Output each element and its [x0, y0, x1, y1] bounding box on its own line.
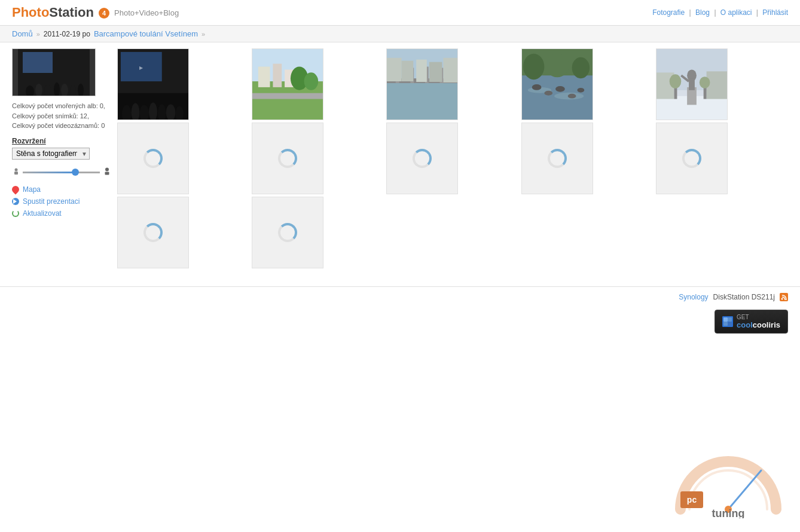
layout-label: Rozvržení: [12, 137, 108, 145]
photo-cell-3[interactable]: [386, 48, 458, 120]
svg-rect-12: [105, 172, 109, 175]
nav-separator-3: |: [756, 8, 760, 17]
zoom-person-large-icon: [102, 167, 112, 178]
album-thumb-svg: [18, 48, 90, 96]
slideshow-link-label: Spustit prezentaci: [23, 197, 80, 206]
breadcrumb-home[interactable]: Domů: [12, 29, 33, 38]
map-link[interactable]: Mapa: [12, 185, 108, 194]
refresh-link[interactable]: Aktualizovat: [12, 209, 108, 218]
logo-station-text: Station: [49, 5, 94, 20]
svg-rect-30: [252, 93, 323, 99]
layout-select[interactable]: Stěna s fotografiemi Mozaika Blog: [12, 148, 90, 160]
svg-rect-42: [417, 60, 428, 82]
refresh-icon: [12, 210, 19, 217]
svg-point-5: [54, 82, 60, 96]
svg-point-71: [781, 298, 783, 300]
logo-badge: 4: [99, 8, 109, 19]
svg-rect-63: [689, 78, 695, 90]
svg-point-56: [545, 54, 569, 77]
loading-spinner-11: [143, 223, 163, 242]
svg-rect-40: [387, 58, 402, 81]
logo-subtitle: Photo+Video+Blog: [114, 8, 179, 17]
cooliris-button[interactable]: GET coolcooliris: [714, 310, 788, 334]
nav-prihlasit[interactable]: Přihlásit: [762, 8, 788, 17]
photo-cell-2[interactable]: [252, 48, 323, 120]
loading-spinner-10: [682, 149, 701, 168]
map-link-label: Mapa: [23, 185, 41, 194]
slideshow-link[interactable]: Spustit prezentaci: [12, 197, 108, 206]
svg-rect-28: [273, 64, 282, 87]
layout-select-wrapper: Stěna s fotografiemi Mozaika Blog ▼: [12, 148, 90, 160]
app-logo[interactable]: PhotoStation 4: [12, 5, 109, 20]
zoom-slider[interactable]: [23, 172, 100, 173]
ds-label: DiskStation DS211j: [713, 293, 775, 301]
loading-spinner-9: [548, 149, 567, 168]
photo-cell-10[interactable]: [656, 123, 728, 194]
photo-cell-7[interactable]: [252, 123, 323, 194]
breadcrumb-current[interactable]: Barcampové toulání Vsetínem: [94, 29, 198, 38]
svg-point-3: [35, 84, 42, 96]
svg-rect-27: [258, 67, 270, 87]
svg-rect-44: [444, 58, 458, 82]
cooliris-badge-area: GET coolcooliris: [0, 307, 800, 341]
photo-cell-12[interactable]: [252, 197, 323, 268]
breadcrumb-arrow-2: »: [201, 30, 205, 38]
photo-2-svg: [252, 48, 323, 120]
svg-rect-73: [723, 317, 728, 322]
svg-point-50: [544, 91, 552, 96]
nav-fotografie[interactable]: Fotografie: [652, 8, 685, 17]
svg-point-68: [669, 74, 681, 88]
photo-cell-8[interactable]: [386, 123, 458, 194]
photo-cell-1[interactable]: ▶: [117, 48, 189, 120]
breadcrumb-bar: Domů » 2011-02-19 poBarcampové toulání V…: [0, 26, 800, 42]
photo-grid-area: ▶: [117, 48, 788, 268]
svg-rect-76: [728, 322, 732, 326]
svg-rect-74: [728, 317, 732, 322]
map-pin-icon: [11, 184, 21, 194]
svg-point-55: [523, 54, 544, 80]
loading-spinner-12: [278, 223, 297, 242]
logo-photo-text: Photo: [12, 5, 49, 20]
nav-separator-2: |: [714, 8, 717, 17]
photo-cell-5[interactable]: [656, 48, 728, 120]
svg-rect-66: [706, 71, 726, 99]
breadcrumb-date: 2011-02-19 po: [44, 30, 90, 38]
synology-link[interactable]: Synology: [679, 293, 708, 301]
svg-point-22: [166, 104, 176, 120]
svg-rect-1: [23, 52, 53, 73]
album-thumbnail[interactable]: [12, 48, 96, 96]
loading-spinner-6: [143, 149, 163, 168]
cooliris-name-label: coolcooliris: [737, 320, 780, 329]
cooliris-logo-icon: [722, 316, 733, 327]
rss-icon: [780, 293, 788, 301]
photo-4-svg: [522, 48, 593, 120]
album-info: Celkový počet vnořených alb: 0, Celkový …: [12, 101, 108, 131]
photo-cell-9[interactable]: [521, 123, 593, 194]
nav-separator-1: |: [689, 8, 693, 17]
header: PhotoStation 4 Photo+Video+Blog Fotograf…: [0, 0, 800, 26]
cooliris-text-group: GET coolcooliris: [737, 314, 780, 329]
nav-blog[interactable]: Blog: [695, 8, 710, 17]
svg-point-6: [61, 84, 68, 96]
svg-point-70: [700, 77, 710, 88]
photo-grid: ▶: [117, 48, 788, 268]
nav-o-aplikaci[interactable]: O aplikaci: [720, 8, 752, 17]
sidebar: Celkový počet vnořených alb: 0, Celkový …: [12, 48, 108, 268]
loading-spinner-7: [278, 149, 297, 168]
top-nav-links: Fotografie | Blog | O aplikaci | Přihlás…: [652, 8, 788, 17]
svg-point-49: [532, 84, 541, 90]
zoom-row: [12, 167, 108, 178]
refresh-link-label: Aktualizovat: [23, 209, 62, 218]
photo-cell-6[interactable]: [117, 123, 189, 194]
svg-point-8: [78, 84, 84, 96]
cooliris-get-label: GET: [737, 314, 780, 320]
photo-cell-11[interactable]: [117, 197, 189, 268]
svg-rect-10: [14, 172, 18, 175]
photo-5-svg: [657, 48, 727, 120]
logo-area: PhotoStation 4 Photo+Video+Blog: [12, 5, 179, 20]
svg-text:▶: ▶: [139, 65, 143, 71]
svg-point-57: [572, 57, 590, 78]
svg-point-53: [577, 88, 584, 93]
footer: Synology DiskStation DS211j: [0, 286, 800, 307]
photo-cell-4[interactable]: [521, 48, 593, 120]
